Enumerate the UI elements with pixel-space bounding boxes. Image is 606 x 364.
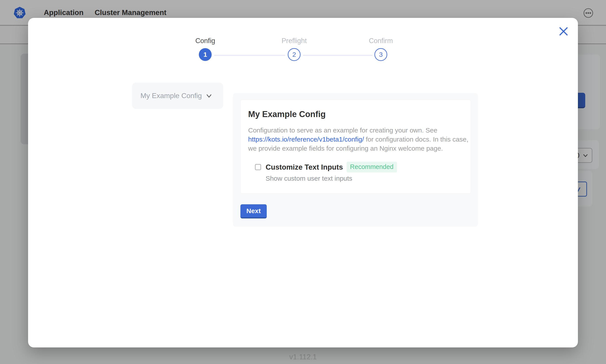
step-circle-3: 3 — [374, 48, 387, 61]
step-circle-1: 1 — [199, 48, 212, 61]
config-group-card: My Example Config Configuration to serve… — [240, 100, 471, 194]
config-wizard-modal: Config Preflight Confirm 1 2 3 My Exampl… — [28, 18, 578, 347]
chevron-down-icon — [206, 92, 212, 99]
kots-admin-screen: Application Cluster Management 0 y v1.11… — [0, 0, 606, 364]
step-label-config: Config — [177, 37, 234, 45]
config-group-description: Configuration to serve as an example for… — [248, 126, 469, 153]
close-x-icon — [558, 26, 569, 37]
config-section: My Example Config Configuration to serve… — [233, 93, 478, 227]
customize-text-inputs-checkbox[interactable] — [255, 164, 261, 170]
next-button[interactable]: Next — [240, 204, 267, 219]
step-label-preflight: Preflight — [265, 37, 323, 45]
step-connector — [303, 55, 372, 56]
close-button[interactable] — [558, 26, 569, 37]
description-text: Configuration to serve as an example for… — [248, 127, 437, 134]
customize-text-inputs-row: Customize Text Inputs Recommended — [255, 162, 463, 172]
config-docs-link[interactable]: https://kots.io/reference/v1beta1/config… — [248, 136, 364, 143]
step-circle-2: 2 — [288, 48, 301, 61]
checkbox-help-text: Show custom user text inputs — [266, 175, 463, 182]
config-group-dropdown[interactable]: My Example Config — [132, 83, 223, 109]
recommended-badge: Recommended — [346, 162, 397, 172]
config-group-title: My Example Config — [248, 110, 463, 119]
step-label-confirm: Confirm — [352, 37, 410, 45]
step-connector — [214, 55, 285, 56]
config-group-dropdown-label: My Example Config — [140, 92, 202, 100]
checkbox-label: Customize Text Inputs — [266, 163, 343, 171]
